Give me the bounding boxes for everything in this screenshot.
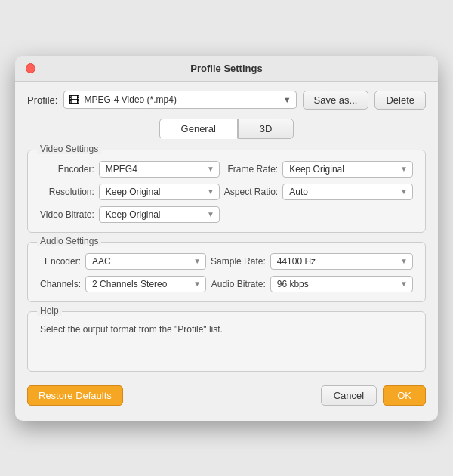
video-settings-grid: Encoder: MPEG4 ▼ Frame Rate: Keep Origin… — [40, 161, 413, 223]
aspect-ratio-chevron-icon: ▼ — [400, 187, 408, 196]
window-title: Profile Settings — [190, 63, 262, 74]
sample-rate-dropdown[interactable]: 44100 Hz ▼ — [270, 253, 413, 270]
aspect-ratio-label: Aspect Ratio: — [224, 187, 278, 197]
resolution-label: Resolution: — [40, 187, 94, 197]
save-as-button[interactable]: Save as... — [303, 91, 369, 110]
video-bitrate-dropdown[interactable]: Keep Original ▼ — [99, 206, 220, 223]
footer-right-buttons: Cancel OK — [321, 385, 426, 406]
profile-settings-window: Profile Settings Profile: 🎞 MPEG-4 Video… — [15, 56, 438, 421]
audio-encoder-label: Encoder: — [40, 256, 81, 267]
delete-button[interactable]: Delete — [374, 91, 426, 110]
cancel-button[interactable]: Cancel — [321, 385, 377, 406]
footer: Restore Defaults Cancel OK — [27, 382, 426, 409]
audio-settings-section: Audio Settings Encoder: AAC ▼ Sample Rat… — [27, 242, 426, 302]
video-settings-title: Video Settings — [37, 144, 101, 154]
profile-label: Profile: — [27, 94, 57, 106]
audio-settings-grid: Encoder: AAC ▼ Sample Rate: 44100 Hz ▼ C… — [40, 253, 413, 292]
video-settings-section: Video Settings Encoder: MPEG4 ▼ Frame Ra… — [27, 150, 426, 233]
channels-chevron-icon: ▼ — [193, 280, 201, 288]
resolution-chevron-icon: ▼ — [207, 187, 214, 196]
help-title: Help — [37, 305, 62, 316]
sample-rate-chevron-icon: ▼ — [400, 257, 408, 265]
frame-rate-dropdown[interactable]: Keep Original ▼ — [282, 161, 413, 178]
audio-settings-title: Audio Settings — [37, 236, 101, 246]
frame-rate-label: Frame Rate: — [224, 164, 278, 175]
tabs-row: General 3D — [27, 119, 426, 139]
encoder-chevron-icon: ▼ — [207, 165, 214, 173]
main-content: Profile: 🎞 MPEG-4 Video (*.mp4) ▼ Save a… — [15, 82, 438, 421]
audio-bitrate-chevron-icon: ▼ — [400, 280, 408, 288]
tab-general[interactable]: General — [159, 119, 238, 139]
help-section: Help Select the output format from the "… — [27, 311, 426, 372]
sample-rate-label: Sample Rate: — [211, 256, 266, 267]
audio-encoder-dropdown[interactable]: AAC ▼ — [85, 253, 206, 270]
close-button[interactable] — [26, 63, 35, 73]
video-bitrate-chevron-icon: ▼ — [207, 210, 214, 218]
profile-icon: 🎞 — [69, 94, 79, 106]
audio-bitrate-label: Audio Bitrate: — [211, 279, 266, 289]
audio-bitrate-dropdown[interactable]: 96 kbps ▼ — [270, 276, 413, 292]
frame-rate-chevron-icon: ▼ — [400, 165, 408, 173]
encoder-dropdown[interactable]: MPEG4 ▼ — [99, 161, 220, 178]
tab-3d[interactable]: 3D — [238, 119, 294, 139]
channels-label: Channels: — [40, 279, 81, 289]
profile-select-text: MPEG-4 Video (*.mp4) — [84, 94, 278, 105]
aspect-ratio-dropdown[interactable]: Auto ▼ — [282, 184, 413, 200]
help-text: Select the output format from the "Profi… — [40, 323, 413, 336]
titlebar: Profile Settings — [15, 56, 438, 82]
ok-button[interactable]: OK — [383, 385, 426, 406]
video-bitrate-label: Video Bitrate: — [40, 209, 94, 220]
restore-defaults-button[interactable]: Restore Defaults — [27, 385, 123, 406]
resolution-dropdown[interactable]: Keep Original ▼ — [99, 184, 220, 200]
profile-row: Profile: 🎞 MPEG-4 Video (*.mp4) ▼ Save a… — [27, 91, 426, 110]
profile-chevron-icon: ▼ — [283, 95, 291, 104]
encoder-label: Encoder: — [40, 164, 94, 175]
profile-dropdown[interactable]: 🎞 MPEG-4 Video (*.mp4) ▼ — [63, 91, 296, 109]
audio-encoder-chevron-icon: ▼ — [193, 257, 201, 265]
channels-dropdown[interactable]: 2 Channels Stereo ▼ — [85, 276, 206, 292]
